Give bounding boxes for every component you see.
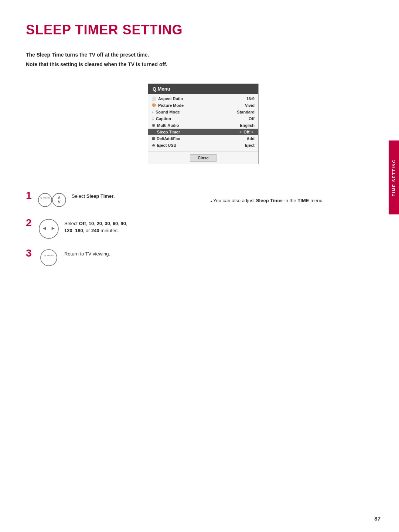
step-1-icon: Q. MENU ∧ ∨ [38,190,67,210]
qmenu-label-caption: Caption [156,116,171,121]
note-box: You can also adjust Sleep Timer in the T… [211,194,381,205]
qmenu-label-fav: Del/Add/Fav [157,136,180,141]
qmenu-row-picture: 🎨 Picture Mode Vivid [148,102,258,109]
qmenu-value-usb: Eject [245,143,255,148]
step-1: 1 Q. MENU ∧ ∨ Select Sleep Timer. [26,190,196,210]
sound-icon: ♪ [152,110,154,114]
qmenu-label-usb: Eject USB [157,143,177,148]
qmenu-container: Q.Menu ⬜ Aspect Ratio 16:9 🎨 Picture Mod… [26,84,381,164]
aspect-icon: ⬜ [152,96,156,101]
step-2: 2 ◄ ► Select Off, 10, 20, 30, 60, 90, 12… [26,218,196,240]
step-2-icon: ◄ ► [38,218,60,240]
svg-point-8 [41,250,57,266]
divider [26,179,381,179]
step-3-icon: Q. MENU [38,248,60,267]
qmenu-value-fav: Add [247,136,255,141]
audio-icon: ◉ [152,123,155,127]
intro-line1: The Sleep Time turns the TV off at the p… [26,51,381,59]
qmenu-close: Close [148,152,258,164]
side-tab: TIME SETTING [389,140,399,214]
fav-icon: ⊞ [152,136,155,140]
arrow-left-icon: ◄ [238,130,242,134]
step-2-text: Select Off, 10, 20, 30, 60, 90, 120, 180… [64,218,127,234]
qmenu-value-aspect: 16:9 [246,96,255,101]
qmenu-row-caption: □ Caption Off [148,115,258,122]
step-3-number: 3 [26,248,33,258]
qmenu-value-sleep: ◄ Off ► [238,130,255,134]
close-button[interactable]: Close [190,154,216,162]
step-3: 3 Q. MENU Return to TV viewing. [26,248,196,267]
qmenu-row-sleep: ◷ Sleep Timer ◄ Off ► [148,129,258,135]
qmenu-label-audio: Multi Audio [157,123,179,128]
svg-text:◄: ◄ [42,225,47,231]
side-tab-label: TIME SETTING [392,159,396,196]
qmenu-label-sound: Sound Mode [156,110,180,114]
steps-section: 1 Q. MENU ∧ ∨ Select Sleep Timer. [26,190,381,275]
usb-icon: ⏏ [152,143,155,147]
step-2-number: 2 [26,218,33,228]
qmenu-row-usb: ⏏ Eject USB Eject [148,142,258,149]
svg-text:Q. MENU: Q. MENU [44,254,54,257]
step-3-text: Return to TV viewing. [64,248,110,258]
svg-text:∨: ∨ [57,199,61,204]
qmenu-label-aspect: Aspect Ratio [158,96,183,101]
svg-point-0 [38,193,52,207]
intro-text: The Sleep Time turns the TV off at the p… [26,51,381,69]
qmenu-value-sound: Standard [237,110,255,114]
steps-right: You can also adjust Sleep Timer in the T… [211,190,381,205]
svg-text:Q. MENU: Q. MENU [40,197,50,199]
qmenu-value-picture: Vivid [245,103,255,108]
note-text: You can also adjust Sleep Timer in the T… [211,197,381,205]
qmenu-label-sleep: Sleep Timer [157,130,180,134]
page-title: SLEEP TIMER SETTING [26,22,381,38]
page-number: 87 [374,515,381,522]
qmenu-row-sound: ♪ Sound Mode Standard [148,109,258,115]
qmenu-items: ⬜ Aspect Ratio 16:9 🎨 Picture Mode Vivid [148,94,258,150]
intro-line2: Note that this setting is cleared when t… [26,60,381,68]
arrow-right-icon: ► [251,130,255,134]
timer-icon: ◷ [152,130,155,134]
step-1-number: 1 [26,190,33,201]
qmenu-value-audio: English [240,123,255,128]
svg-text:►: ► [51,225,56,231]
qmenu-title: Q.Menu [148,84,258,94]
qmenu-box: Q.Menu ⬜ Aspect Ratio 16:9 🎨 Picture Mod… [148,84,259,164]
qmenu-row-aspect: ⬜ Aspect Ratio 16:9 [148,95,258,102]
qmenu-label-picture: Picture Mode [158,103,184,108]
qmenu-row-fav: ⊞ Del/Add/Fav Add [148,135,258,142]
steps-left: 1 Q. MENU ∧ ∨ Select Sleep Timer. [26,190,196,275]
qmenu-value-caption: Off [249,116,255,121]
main-content: SLEEP TIMER SETTING The Sleep Time turns… [26,22,381,275]
picture-icon: 🎨 [152,103,156,107]
caption-icon: □ [152,116,154,121]
sleep-value: Off [243,130,249,134]
step-1-text: Select Sleep Timer. [72,190,115,200]
qmenu-row-audio: ◉ Multi Audio English [148,122,258,129]
